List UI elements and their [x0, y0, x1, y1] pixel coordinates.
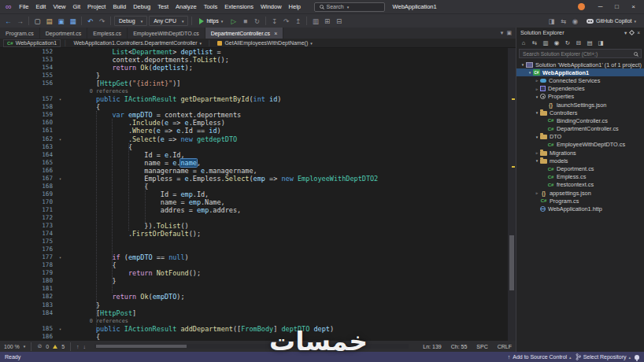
tree-item-deportment-cs[interactable]: Deportment.cs — [516, 164, 644, 172]
project-selector[interactable]: C# WebApplication1 — [3, 39, 61, 47]
github-copilot-button[interactable]: GitHub Copilot ▾ — [582, 18, 641, 24]
error-count[interactable]: 0 — [46, 344, 49, 349]
tree-item-controllers[interactable]: ▾Controllers — [516, 109, 644, 116]
expander-icon[interactable]: ▹ — [534, 190, 540, 195]
start-debugging-button[interactable]: https ▾ — [195, 16, 227, 26]
fold-arrow-icon[interactable]: ▾ — [57, 253, 64, 261]
space-indicator[interactable]: SPC — [476, 344, 487, 349]
select-repository-button[interactable]: Select Repository ▴ — [576, 353, 631, 360]
tree-item-bindingcontroller-cs[interactable]: BindingController.cs — [516, 116, 644, 124]
window-menu-icon[interactable]: ▾ — [624, 30, 627, 36]
properties-icon[interactable]: ◨ — [596, 39, 605, 46]
sync-icon[interactable]: ⇆ — [558, 15, 568, 28]
expander-icon[interactable]: ▹ — [534, 78, 540, 83]
tree-item-launchsettings-json[interactable]: launchSettings.json — [516, 101, 644, 109]
minimize-button[interactable]: ─ — [593, 0, 608, 13]
expander-icon[interactable]: ▾ — [534, 158, 540, 163]
code-line[interactable]: 160 .Include(e => e.Empless) — [0, 119, 508, 127]
float-tab-icon[interactable]: ▣ — [506, 30, 512, 36]
tree-item-webapplication1-http[interactable]: WebApplication1.http — [516, 205, 644, 212]
show-all-files-icon[interactable]: ▤ — [585, 39, 594, 46]
code-line[interactable]: 164 Id = e.Id, — [0, 151, 508, 159]
collapse-all-icon[interactable]: ⊟ — [574, 39, 583, 46]
code-line[interactable]: 165 name = e.name, — [0, 159, 508, 167]
menu-file[interactable]: File — [16, 0, 32, 13]
tree-item-dependencies[interactable]: ▹Dependencies — [516, 85, 644, 93]
type-selector[interactable]: WebApplication1.Controllers.DepartmentCo… — [70, 40, 205, 46]
menu-test[interactable]: Test — [154, 0, 172, 13]
scrollbar-thumb[interactable] — [96, 345, 187, 348]
menu-tools[interactable]: Tools — [200, 0, 221, 13]
code-line[interactable]: 171 addres = emp.addres, — [0, 206, 508, 214]
pin-icon[interactable] — [629, 30, 635, 35]
configuration-dropdown[interactable]: Debug ▾ — [114, 16, 147, 26]
code-line[interactable]: 177▾ if (empDTO == null) — [0, 253, 508, 261]
step-into-icon[interactable]: ↧ — [269, 15, 279, 28]
code-line[interactable]: 181 — [0, 285, 508, 293]
nav-forward-icon[interactable]: → — [15, 15, 25, 28]
eol-indicator[interactable]: CRLF — [498, 344, 512, 349]
tree-item-program-cs[interactable]: Program.cs — [516, 197, 644, 205]
save-all-icon[interactable]: ▦ — [68, 15, 78, 28]
maximize-button[interactable]: □ — [609, 0, 624, 13]
code-line[interactable]: 170 name = emp.Name, — [0, 198, 508, 206]
line-indicator[interactable]: Ln: 139 — [423, 344, 441, 349]
menu-build[interactable]: Build — [109, 0, 130, 13]
expander-icon[interactable]: ▹ — [534, 150, 540, 155]
expander-icon[interactable]: ▾ — [520, 62, 526, 67]
next-change-icon[interactable]: ↓ — [83, 344, 87, 349]
menu-project[interactable]: Project — [84, 0, 109, 13]
prev-change-icon[interactable]: ↑ — [76, 344, 80, 349]
tree-item-empless-cs[interactable]: Empless.cs — [516, 173, 644, 181]
find-in-files-icon[interactable]: ▥ — [310, 15, 320, 28]
new-file-icon[interactable]: ▢ — [32, 15, 43, 28]
menu-help[interactable]: Help — [285, 0, 304, 13]
code-line[interactable]: 179 return NotFound(); — [0, 269, 508, 277]
close-icon[interactable]: × — [274, 31, 277, 36]
code-line[interactable]: 183 } — [0, 301, 508, 309]
step-over-icon[interactable]: ↷ — [281, 15, 291, 28]
char-indicator[interactable]: Ch: 55 — [451, 344, 468, 349]
fold-arrow-icon[interactable]: ▾ — [57, 325, 64, 333]
close-button[interactable]: × — [626, 0, 641, 13]
tree-item-dto[interactable]: ▾DTO — [516, 133, 644, 141]
stop-icon[interactable]: ■ — [240, 15, 250, 28]
code-line[interactable]: 175 — [0, 238, 508, 246]
redo-icon[interactable]: ↷ — [97, 15, 107, 28]
tab-program-cs[interactable]: Program.cs — [0, 28, 40, 39]
code-line[interactable]: 163 { — [0, 143, 508, 151]
code-line[interactable]: 178 { — [0, 261, 508, 269]
code-line[interactable]: 157▾ public IActionResult getDepartmentB… — [0, 95, 508, 103]
save-icon[interactable]: ▣ — [56, 15, 66, 28]
tree-item-connected-services[interactable]: ▹Connected Services — [516, 76, 644, 84]
menu-edit[interactable]: Edit — [32, 0, 50, 13]
tree-item-models[interactable]: ▾models — [516, 157, 644, 164]
code-editor[interactable]: 152 List<Department> deptlist =153 conte… — [0, 48, 516, 341]
platform-dropdown[interactable]: Any CPU ▾ — [149, 16, 188, 26]
add-to-source-control-button[interactable]: ↑ Add to Source Control ▴ — [508, 354, 572, 360]
tree-item-webapplication1[interactable]: ▾WebApplication1 — [516, 68, 644, 76]
code-line[interactable]: 161 .Where(e => e.Id == id) — [0, 127, 508, 135]
account-avatar[interactable] — [578, 3, 585, 10]
expander-icon[interactable]: ▾ — [534, 135, 540, 139]
start-without-debugging-icon[interactable]: ▷ — [228, 15, 239, 28]
code-line[interactable]: 168 { — [0, 183, 508, 190]
expander-icon[interactable]: ▾ — [534, 94, 540, 99]
switch-views-icon[interactable]: ⇆ — [530, 39, 539, 46]
code-line[interactable]: 186 { — [0, 333, 508, 341]
nav-back-icon[interactable]: ← — [3, 15, 13, 28]
code-line[interactable]: 180 } — [0, 277, 508, 285]
open-folder-icon[interactable]: ▤ — [44, 15, 54, 28]
codelens-line[interactable]: 0 references — [0, 87, 508, 95]
notifications-bell-icon[interactable] — [635, 355, 639, 360]
menu-window[interactable]: Window — [257, 0, 285, 13]
close-icon[interactable]: × — [637, 30, 640, 35]
refresh-icon[interactable]: ↻ — [563, 39, 572, 46]
tree-item-appsettings-json[interactable]: ▹appsettings.json — [516, 189, 644, 197]
expander-icon[interactable]: ▾ — [527, 70, 533, 75]
open-documents-dropdown-icon[interactable]: ▾ — [501, 30, 504, 36]
code-line[interactable]: 182 return Ok(empDTO); — [0, 293, 508, 301]
tree-item-departmentcontroller-cs[interactable]: DepartmentController.cs — [516, 125, 644, 133]
tab-departmentcontroller-cs[interactable]: DepartmentController.cs× — [205, 28, 284, 39]
code-line[interactable]: 153 context.deportments.ToList(); — [0, 56, 508, 64]
